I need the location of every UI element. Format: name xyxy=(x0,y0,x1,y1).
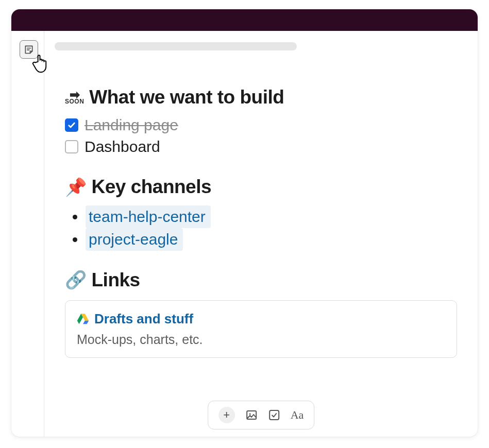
image-button[interactable] xyxy=(245,409,258,421)
title-input-placeholder[interactable] xyxy=(55,42,297,50)
canvas-note-button[interactable] xyxy=(20,40,38,59)
document-content: ➡ SOON What we want to build Landing pag… xyxy=(44,50,478,358)
checkbox-icon xyxy=(268,409,280,421)
titlebar xyxy=(11,9,478,31)
note-icon xyxy=(24,44,34,55)
channel-link-help-center[interactable]: team-help-center xyxy=(86,205,211,228)
svg-marker-3 xyxy=(83,321,89,324)
list-item: team-help-center xyxy=(86,205,457,228)
floating-toolbar: + Aa xyxy=(208,401,315,429)
heading-build: ➡ SOON What we want to build xyxy=(65,85,457,109)
text-format-button[interactable]: Aa xyxy=(291,408,304,422)
checkmark-icon xyxy=(68,121,76,129)
heading-links: 🔗 Links xyxy=(65,268,457,292)
channel-list: team-help-center project-eagle xyxy=(65,205,457,251)
app-window: ➡ SOON What we want to build Landing pag… xyxy=(11,9,478,437)
link-card-title-text: Drafts and stuff xyxy=(94,311,193,327)
link-card-description: Mock-ups, charts, etc. xyxy=(77,332,445,347)
heading-build-text: What we want to build xyxy=(89,85,284,109)
image-icon xyxy=(245,409,258,421)
body-area: ➡ SOON What we want to build Landing pag… xyxy=(11,31,478,437)
list-item: project-eagle xyxy=(86,228,457,251)
checkbox-landing-page[interactable] xyxy=(65,118,78,132)
checklist-label[interactable]: Landing page xyxy=(85,116,178,134)
svg-rect-7 xyxy=(269,410,279,420)
heading-channels: 📌 Key channels xyxy=(65,175,457,199)
checklist-button[interactable] xyxy=(268,409,280,421)
add-button[interactable]: + xyxy=(218,407,235,423)
google-drive-icon xyxy=(77,313,89,324)
main-content-area: ➡ SOON What we want to build Landing pag… xyxy=(44,31,478,437)
pushpin-icon: 📌 xyxy=(65,176,87,198)
heading-channels-text: Key channels xyxy=(92,175,212,199)
sidebar-gutter xyxy=(11,31,44,437)
checklist-item: Landing page xyxy=(65,114,457,136)
soon-emoji: ➡ SOON xyxy=(65,91,84,105)
svg-point-6 xyxy=(249,413,250,415)
checkbox-dashboard[interactable] xyxy=(65,140,78,153)
checklist-item: Dashboard xyxy=(65,136,457,158)
link-icon: 🔗 xyxy=(65,269,87,291)
link-card-drafts[interactable]: Drafts and stuff Mock-ups, charts, etc. xyxy=(65,300,457,358)
build-checklist: Landing page Dashboard xyxy=(65,114,457,158)
channel-link-project-eagle[interactable]: project-eagle xyxy=(86,228,183,251)
link-card-title: Drafts and stuff xyxy=(77,311,445,327)
heading-links-text: Links xyxy=(92,268,140,292)
checklist-label[interactable]: Dashboard xyxy=(85,138,160,156)
